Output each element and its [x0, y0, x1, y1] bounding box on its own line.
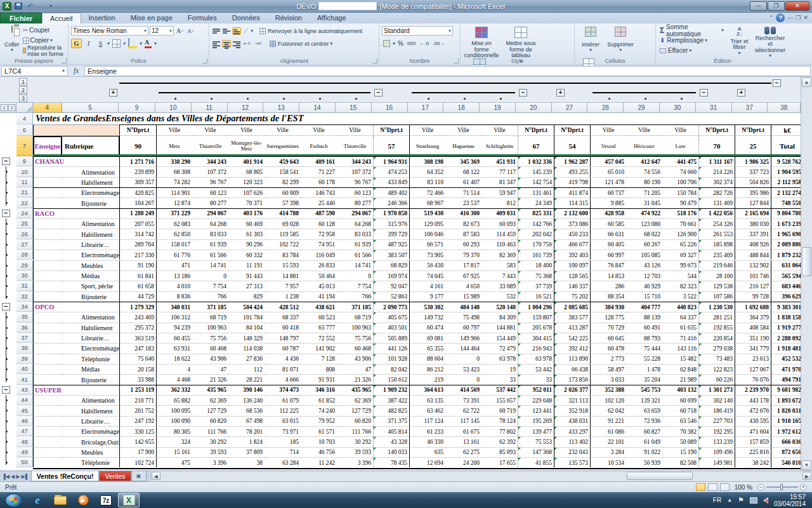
row-header-39[interactable]: 39 — [16, 354, 33, 364]
cell[interactable]: 60 718 — [662, 405, 698, 415]
cell[interactable]: 1 692 688 — [735, 302, 771, 312]
cell[interactable]: 1 288 249 — [119, 208, 156, 218]
cell[interactable]: 68 719 — [192, 312, 228, 322]
cell[interactable]: 408 584 — [735, 323, 771, 333]
cell[interactable]: 1 032 336 — [518, 156, 554, 166]
outline-row-level-1[interactable]: 1 — [1, 104, 8, 111]
cell[interactable]: 16 521 — [518, 291, 554, 302]
cell[interactable]: 405 814 — [373, 426, 409, 436]
cell[interactable]: 142 754 — [518, 177, 554, 187]
cell[interactable]: 61 852 — [301, 395, 337, 405]
cell[interactable]: 0 — [337, 271, 373, 281]
cell[interactable]: 100 963 — [192, 323, 228, 333]
cell[interactable]: 457 045 — [590, 156, 626, 166]
cell[interactable]: 565 594 — [771, 271, 801, 281]
column-header-19[interactable]: 19 — [480, 103, 516, 113]
row-header-22[interactable]: 22 — [16, 197, 33, 208]
cell[interactable]: 100 097 — [554, 260, 590, 271]
cell[interactable]: 401 914 — [228, 156, 265, 166]
cell[interactable]: 46 929 — [626, 281, 662, 291]
cell[interactable]: 7 128 — [301, 354, 337, 364]
cell[interactable]: 254 326 — [698, 218, 735, 229]
align-left-icon[interactable] — [212, 40, 221, 48]
cell[interactable]: 90 479 — [662, 197, 698, 208]
cell[interactable]: 62 392 — [481, 436, 518, 446]
row-header-37[interactable]: 37 — [16, 333, 33, 343]
language-indicator[interactable]: FR — [713, 497, 721, 504]
cell[interactable]: 76 076 — [735, 374, 771, 384]
increase-font-icon[interactable]: A˄ — [175, 26, 185, 36]
cell[interactable]: 17 817 — [445, 260, 481, 271]
workbook-minimize-icon[interactable]: — — [787, 15, 793, 21]
column-header-18[interactable]: 18 — [443, 103, 480, 113]
increase-indent-icon[interactable]: ⇥≡ — [253, 39, 263, 48]
cell[interactable]: 2 132 274 — [771, 187, 801, 197]
cell[interactable]: 27 836 — [228, 354, 265, 364]
cell[interactable]: 825 331 — [518, 208, 554, 218]
outline-collapse-button[interactable]: − — [2, 157, 10, 165]
cell[interactable]: 371 185 — [192, 302, 228, 312]
cell[interactable]: 63 546 — [662, 416, 698, 426]
cell[interactable]: 61 407 — [445, 177, 481, 187]
cell[interactable]: 68 536 — [228, 405, 265, 415]
cell[interactable]: 438 621 — [301, 302, 337, 312]
cell[interactable]: 64 352 — [409, 166, 445, 177]
cell[interactable]: 73 391 — [445, 395, 481, 405]
cell[interactable]: 144 464 — [445, 343, 481, 353]
cell[interactable]: 69 327 — [662, 250, 698, 260]
enseigne-cell[interactable] — [33, 239, 62, 250]
cell[interactable]: 149 732 — [409, 312, 445, 322]
cell[interactable]: 205 678 — [518, 323, 554, 333]
cell[interactable]: 214 226 — [698, 166, 735, 177]
cell[interactable]: 383 507 — [373, 250, 409, 260]
outline-col-level-2[interactable]: 2 — [19, 86, 27, 94]
cell[interactable]: 88 604 — [409, 354, 445, 364]
cell[interactable]: 21 989 — [662, 374, 698, 384]
cell[interactable]: 219 646 — [698, 260, 735, 271]
tab-insertion[interactable]: Insertion — [81, 13, 123, 23]
cell[interactable]: 155 657 — [481, 395, 518, 405]
rubrique-cell[interactable]: Sport, pêche — [62, 281, 119, 291]
cell[interactable]: 68 805 — [228, 166, 265, 177]
cell[interactable]: 80 277 — [337, 197, 373, 208]
cell[interactable]: 63 135 — [409, 395, 445, 405]
cell[interactable]: 91 190 — [119, 260, 156, 271]
outline-collapse-button[interactable]: − — [374, 89, 383, 97]
wrap-text-button[interactable]: Renvoyer à la ligne automatiquement — [258, 26, 363, 36]
column-header-5[interactable]: 5 — [62, 103, 119, 113]
cell[interactable]: 346 316 — [301, 385, 337, 395]
enseigne-cell[interactable] — [33, 323, 62, 333]
column-header-15[interactable]: 15 — [336, 103, 372, 113]
cell[interactable]: 304 415 — [518, 333, 554, 343]
cell[interactable]: 185 898 — [698, 239, 735, 250]
cell[interactable]: 113 890 — [554, 354, 590, 364]
cell[interactable]: 68 829 — [373, 260, 409, 271]
enseigne-cell[interactable] — [33, 229, 62, 239]
rubrique-cell[interactable]: Librairie… — [62, 333, 119, 343]
enseigne-cell[interactable] — [33, 271, 62, 281]
cell[interactable]: 409 161 — [301, 156, 337, 166]
cell[interactable]: 109 496 — [698, 447, 735, 457]
paste-button[interactable]: Coller▾ — [3, 25, 22, 57]
cell[interactable]: 112 — [228, 364, 265, 374]
cell[interactable]: 23 613 — [735, 354, 771, 364]
cell[interactable]: 530 302 — [409, 302, 445, 312]
row-header-4[interactable]: 4 — [16, 113, 33, 124]
cell[interactable]: 2 239 970 — [735, 385, 771, 395]
cell[interactable]: 45 013 — [301, 281, 337, 291]
cell[interactable]: 1 422 056 — [698, 208, 735, 218]
tab-mise-en-page[interactable]: Mise en page — [123, 13, 180, 23]
cell[interactable]: 61 571 — [301, 426, 337, 436]
cell[interactable]: 351 190 — [735, 333, 771, 343]
cell[interactable]: 64 337 — [662, 312, 698, 322]
enseigne-cell[interactable]: USUPER — [33, 385, 62, 395]
cell[interactable]: 13 161 — [445, 436, 481, 446]
row-header-21[interactable]: 21 — [16, 187, 33, 197]
rubrique-cell[interactable]: Electroménager — [62, 343, 119, 353]
row-header-6[interactable]: 6 — [16, 124, 33, 136]
row-header-35[interactable]: 35 — [16, 312, 33, 322]
cell[interactable]: 107 372 — [192, 166, 228, 177]
enseigne-cell[interactable] — [33, 364, 62, 374]
cell[interactable]: 66 571 — [409, 239, 445, 250]
cell[interactable]: 52 863 — [373, 291, 409, 302]
